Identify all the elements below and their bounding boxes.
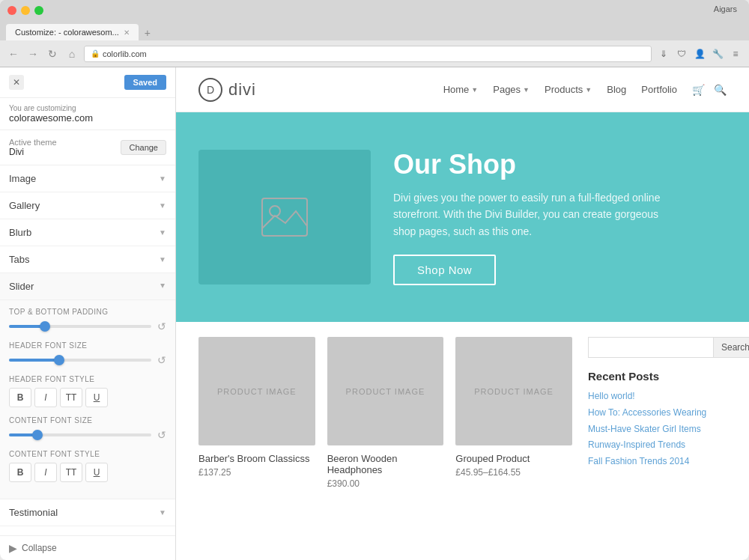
content-tt-button[interactable]: TT: [60, 463, 82, 482]
right-sidebar-widget: Search Recent Posts Hello world! How To:…: [588, 337, 727, 489]
user-icon[interactable]: 👤: [692, 46, 707, 61]
traffic-light-green[interactable]: [34, 6, 43, 15]
hero-description: Divi gives you the power to easily run a…: [393, 189, 678, 240]
collapse-icon: ▶: [9, 542, 17, 554]
padding-reset-button[interactable]: ↺: [157, 320, 166, 332]
content-font-size-reset[interactable]: ↺: [157, 429, 166, 441]
browser-titlebar: Aigars: [0, 0, 749, 21]
nav-products[interactable]: Products ▼: [545, 84, 592, 95]
sidebar-item-blurb[interactable]: Blurb ▼: [0, 219, 175, 246]
reload-button[interactable]: ↻: [45, 46, 60, 61]
padding-slider-row: ↺: [9, 320, 166, 332]
back-button[interactable]: ←: [6, 46, 21, 61]
padding-slider-thumb[interactable]: [40, 321, 50, 332]
header-font-size-track[interactable]: [9, 359, 151, 362]
address-bar[interactable]: 🔒 colorlib.com: [84, 46, 652, 62]
download-icon[interactable]: ⇓: [656, 46, 671, 61]
product-image-placeholder-3: PRODUCT IMAGE: [474, 387, 554, 396]
extension-icon[interactable]: 🔧: [710, 46, 725, 61]
toolbar-icons: ⇓ 🛡 👤 🔧 ≡: [656, 46, 743, 61]
sidebar-close-button[interactable]: ✕: [9, 75, 24, 90]
tab-close-icon[interactable]: ✕: [124, 28, 130, 37]
header-font-size-label: HEADER FONT SIZE: [9, 341, 166, 350]
chevron-down-icon: ▼: [159, 174, 166, 183]
content-font-size-track[interactable]: [9, 433, 151, 436]
content-font-style-group: B I TT U: [9, 463, 166, 482]
slider-controls: TOP & BOTTOM PADDING ↺ HEADER FONT SIZE: [0, 300, 175, 499]
theme-name: Divi: [9, 147, 57, 157]
image-placeholder-icon: [258, 195, 311, 240]
change-theme-button[interactable]: Change: [121, 140, 166, 155]
website-preview: D divi Home ▼ Pages ▼ Products ▼: [176, 67, 749, 560]
product-price-2: £390.00: [327, 478, 444, 489]
menu-item-tabs-label: Tabs: [9, 254, 29, 265]
header-font-size-reset[interactable]: ↺: [157, 354, 166, 366]
sidebar-item-tabs[interactable]: Tabs ▼: [0, 246, 175, 273]
padding-control: TOP & BOTTOM PADDING ↺: [9, 308, 166, 332]
content-underline-button[interactable]: U: [85, 463, 108, 482]
menu-item-gallery-label: Gallery: [9, 200, 40, 211]
sidebar-collapse-button[interactable]: ▶ Collapse: [0, 535, 175, 560]
content-font-size-thumb[interactable]: [32, 430, 43, 440]
sidebar-item-pricing-table[interactable]: Pricing Table ▼: [0, 526, 175, 535]
header-font-style-group: B I TT U: [9, 388, 166, 407]
product-name-1[interactable]: Barber's Broom Classicss: [198, 453, 315, 464]
forward-button[interactable]: →: [25, 46, 40, 61]
sidebar-item-image[interactable]: Image ▼: [0, 165, 175, 192]
site-name: colorawesome.com: [9, 112, 166, 124]
tab-title: Customize: - colorawesom...: [15, 28, 119, 37]
lock-icon: 🔒: [91, 49, 100, 58]
post-item-3[interactable]: Must-Have Skater Girl Items: [588, 423, 727, 436]
sidebar-item-testimonial[interactable]: Testimonial ▼: [0, 499, 175, 526]
nav-blog[interactable]: Blog: [607, 84, 626, 95]
shop-now-button[interactable]: Shop Now: [393, 255, 496, 285]
post-item-2[interactable]: How To: Accessories Wearing: [588, 407, 727, 419]
nav-portfolio-label: Portfolio: [641, 84, 677, 95]
post-item-4[interactable]: Runway-Inspired Trends: [588, 439, 727, 451]
product-card-1: PRODUCT IMAGE Barber's Broom Classicss £…: [198, 337, 315, 489]
menu-item-blurb-label: Blurb: [9, 227, 31, 238]
padding-slider-track[interactable]: [9, 325, 151, 328]
sidebar-header: ✕ Saved: [0, 67, 175, 98]
sidebar-item-slider[interactable]: Slider ▲: [0, 273, 175, 300]
product-name-2[interactable]: Beeron Wooden Headphones: [327, 453, 444, 475]
header-bold-button[interactable]: B: [9, 388, 31, 407]
header-font-size-thumb[interactable]: [54, 355, 64, 365]
content-font-size-label: CONTENT FONT SIZE: [9, 416, 166, 424]
menu-item-testimonial-label: Testimonial: [9, 507, 58, 518]
product-name-3[interactable]: Grouped Product: [455, 453, 572, 464]
search-button[interactable]: Search: [713, 337, 749, 358]
header-italic-button[interactable]: I: [34, 388, 57, 407]
traffic-light-red[interactable]: [7, 6, 16, 15]
header-underline-button[interactable]: U: [85, 388, 108, 407]
nav-home-label: Home: [443, 84, 470, 95]
sidebar-site-info: You are customizing colorawesome.com: [0, 98, 175, 130]
search-input[interactable]: [588, 337, 713, 358]
customizer-sidebar: ✕ Saved You are customizing colorawesome…: [0, 67, 176, 560]
new-tab-button[interactable]: +: [140, 25, 155, 40]
content-bold-button[interactable]: B: [9, 463, 31, 482]
post-item-1[interactable]: Hello world!: [588, 390, 727, 403]
home-button[interactable]: ⌂: [64, 46, 79, 61]
logo-text: divi: [228, 80, 256, 100]
menu-icon[interactable]: ≡: [728, 46, 743, 61]
content-italic-button[interactable]: I: [34, 463, 57, 482]
nav-home[interactable]: Home ▼: [443, 84, 479, 95]
shield-icon[interactable]: 🛡: [674, 46, 689, 61]
active-tab[interactable]: Customize: - colorawesom... ✕: [6, 24, 139, 40]
post-item-5[interactable]: Fall Fashion Trends 2014: [588, 455, 727, 468]
search-widget: Search: [588, 337, 727, 358]
header-tt-button[interactable]: TT: [60, 388, 82, 407]
tab-bar: Customize: - colorawesom... ✕ +: [0, 21, 749, 40]
main-content: ✕ Saved You are customizing colorawesome…: [0, 67, 749, 560]
product-image-placeholder-2: PRODUCT IMAGE: [346, 387, 425, 396]
sidebar-menu: Image ▼ Gallery ▼ Blurb ▼ Tabs ▼: [0, 165, 175, 535]
nav-portfolio[interactable]: Portfolio: [641, 84, 677, 95]
search-icon[interactable]: 🔍: [714, 84, 727, 96]
collapse-label: Collapse: [22, 543, 57, 553]
sidebar-item-gallery[interactable]: Gallery ▼: [0, 192, 175, 219]
nav-products-caret: ▼: [585, 86, 592, 94]
cart-icon[interactable]: 🛒: [692, 84, 705, 96]
traffic-light-yellow[interactable]: [21, 6, 30, 15]
nav-pages[interactable]: Pages ▼: [493, 84, 530, 95]
